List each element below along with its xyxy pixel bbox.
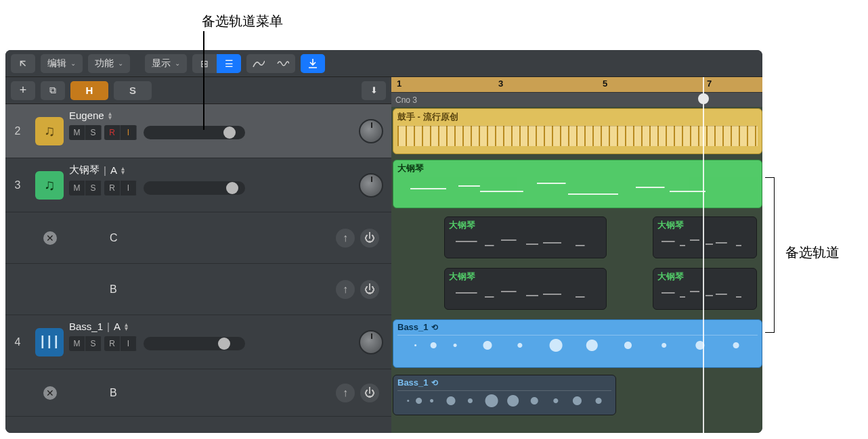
add-track-button[interactable]: + (11, 81, 35, 100)
loop-icon: ⟲ (431, 323, 438, 332)
grid-icon: ⊞ (200, 58, 209, 69)
timeline[interactable]: 1 3 5 7 Cno 3 鼓手 - 流行原创 大钢琴 (391, 77, 762, 433)
snap-button[interactable] (301, 54, 325, 73)
wave-icon (277, 59, 289, 68)
import-button[interactable]: ⬇ (362, 81, 386, 100)
audio-region[interactable]: Bass_1 ⟲ (393, 375, 616, 415)
promote-take-button[interactable]: ↑ (336, 229, 355, 248)
close-icon: ✕ (46, 233, 54, 244)
arrangement-marker[interactable]: Cno 3 (395, 95, 417, 105)
edit-menu[interactable]: 编辑⌄ (41, 54, 83, 73)
volume-slider[interactable] (144, 181, 245, 195)
functions-menu[interactable]: 功能⌄ (88, 54, 130, 73)
alternative-track-row[interactable]: ✕ C ↑ ⏻ (5, 212, 391, 264)
power-icon: ⏻ (364, 283, 375, 296)
midi-preview (449, 234, 602, 253)
mute-button[interactable]: M (69, 181, 85, 195)
track-list-toolbar: + ⧉ H S ⬇ (5, 77, 391, 104)
waveform-icon: ┃┃┃ (39, 336, 60, 348)
input-monitor-button[interactable]: I (121, 336, 137, 351)
region-title: 大钢琴 (449, 271, 602, 283)
region-title: Bass_1 (397, 377, 429, 388)
record-enable-button[interactable]: R (104, 181, 121, 195)
track-row[interactable]: 2 ♫ Eugene ▴▾ M S R (5, 104, 391, 158)
automation-curve-button[interactable] (246, 54, 271, 73)
alt-take-label: B (70, 283, 336, 296)
content-area: + ⧉ H S ⬇ 2 ♫ Eugene (5, 77, 762, 433)
power-take-button[interactable]: ⏻ (360, 384, 379, 402)
automation-segment (246, 54, 295, 73)
close-icon: ✕ (46, 388, 54, 398)
solo-track-button[interactable]: S (85, 181, 102, 195)
mute-button[interactable]: M (69, 125, 85, 140)
close-alt-button[interactable]: ✕ (43, 231, 57, 245)
mute-button[interactable]: M (69, 336, 85, 351)
input-monitor-button[interactable]: I (121, 125, 137, 140)
volume-slider[interactable] (144, 126, 245, 139)
track-row[interactable]: 3 ♫ 大钢琴 | A ▴▾ M S (5, 158, 391, 212)
input-monitor-button[interactable]: I (121, 181, 137, 195)
pan-knob[interactable] (359, 173, 383, 198)
chevron-down-icon: ⌄ (70, 60, 76, 67)
power-icon: ⏻ (364, 387, 375, 399)
take-menu-indicator[interactable]: ▴▾ (108, 112, 112, 120)
hide-button[interactable]: H (70, 81, 108, 100)
midi-preview (657, 285, 752, 304)
promote-take-button[interactable]: ↑ (336, 280, 355, 299)
chevron-down-icon: ⌄ (175, 60, 180, 67)
waveform-preview (397, 390, 611, 411)
alternative-track-row[interactable]: ✕ B ↑ ⏻ (5, 369, 391, 417)
midi-region[interactable]: 大钢琴 (444, 268, 607, 310)
view-label: 显示 (152, 57, 171, 70)
solo-track-button[interactable]: S (85, 336, 102, 351)
audio-region[interactable]: Bass_1 ⟲ (393, 319, 762, 368)
loop-icon: ⟲ (431, 378, 438, 388)
active-take-label: A (114, 321, 121, 332)
arrow-up-icon: ↑ (343, 387, 348, 399)
promote-take-button[interactable]: ↑ (336, 384, 355, 402)
software-instrument-icon: ♫ (35, 171, 64, 200)
take-menu-indicator[interactable]: ▴▾ (121, 166, 125, 175)
midi-region[interactable]: 大钢琴 (653, 216, 757, 258)
record-enable-button[interactable]: R (104, 336, 121, 351)
alt-take-label: B (70, 387, 336, 399)
alternative-track-row[interactable]: B ↑ ⏻ (5, 264, 391, 315)
duplicate-track-button[interactable]: ⧉ (41, 81, 65, 100)
drummer-region[interactable]: 鼓手 - 流行原创 (393, 108, 762, 154)
record-enable-button[interactable]: R (104, 125, 121, 140)
region-title: 大钢琴 (657, 219, 752, 231)
region-title: 大钢琴 (657, 271, 752, 283)
pan-knob[interactable] (359, 119, 383, 143)
volume-slider[interactable] (144, 337, 245, 350)
midi-region[interactable]: 大钢琴 (444, 216, 607, 258)
list-view-button[interactable]: ☰ (217, 54, 241, 73)
track-row[interactable]: 4 ┃┃┃ Bass_1 | A ▴▾ M S (5, 315, 391, 369)
track-number: 2 (5, 104, 30, 158)
midi-region[interactable]: 大钢琴 (393, 160, 762, 208)
ruler-bar-numbers: 1 3 5 7 (391, 77, 762, 92)
power-take-button[interactable]: ⏻ (360, 229, 379, 248)
curve-icon (253, 59, 265, 68)
main-toolbar: 编辑⌄ 功能⌄ 显示⌄ ⊞ ☰ (5, 50, 762, 77)
midi-region[interactable]: 大钢琴 (653, 268, 757, 310)
power-take-button[interactable]: ⏻ (360, 280, 379, 299)
drummer-track-icon: ♫ (35, 117, 64, 145)
back-button[interactable] (11, 54, 35, 73)
track-number: 3 (5, 158, 30, 212)
view-menu[interactable]: 显示⌄ (145, 54, 187, 73)
grid-view-button[interactable]: ⊞ (192, 54, 217, 73)
playhead-handle[interactable] (698, 93, 709, 104)
close-alt-button[interactable]: ✕ (43, 386, 57, 400)
playhead[interactable] (703, 77, 704, 433)
pan-knob[interactable] (359, 330, 383, 354)
track-list: + ⧉ H S ⬇ 2 ♫ Eugene (5, 77, 391, 433)
solo-button[interactable]: S (114, 81, 152, 100)
music-note-icon: ♫ (44, 177, 56, 194)
midi-preview (657, 234, 752, 253)
take-menu-indicator[interactable]: ▴▾ (125, 323, 128, 331)
chevron-down-icon: ⌄ (118, 60, 123, 67)
region-title: Bass_1 (397, 322, 429, 332)
region-title: 大钢琴 (449, 219, 602, 231)
solo-track-button[interactable]: S (85, 125, 102, 140)
flex-button[interactable] (271, 54, 295, 73)
